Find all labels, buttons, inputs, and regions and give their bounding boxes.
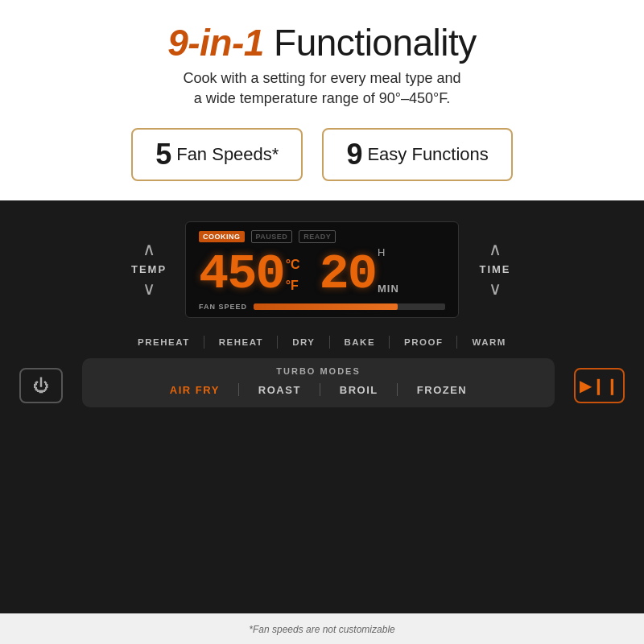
time-label: TIME	[479, 263, 510, 275]
status-cooking: COOKING	[199, 231, 245, 242]
proof-button[interactable]: PROOF	[390, 337, 457, 347]
roast-button[interactable]: ROAST	[239, 384, 320, 396]
badges-row: 5 Fan Speeds* 9 Easy Functions	[131, 128, 513, 181]
status-paused: PAUSED	[251, 230, 293, 243]
title-highlight: 9-in-1	[167, 22, 264, 64]
functions-number: 9	[346, 138, 362, 171]
bottom-row: ⏻ TURBO MODES AIR FRY ROAST BROIL FROZEN…	[19, 355, 625, 425]
fan-speed-number: 5	[155, 138, 171, 171]
dry-button[interactable]: DRY	[278, 337, 329, 347]
temp-label: TEMP	[131, 263, 167, 275]
control-panel: ∧ TEMP ∨ COOKING PAUSED READY 450 °C °F	[0, 200, 644, 613]
digits-row: 450 °C °F 20 H MIN	[199, 246, 445, 299]
power-button[interactable]: ⏻	[19, 368, 63, 403]
turbo-buttons: AIR FRY ROAST BROIL FROZEN	[98, 384, 539, 396]
page-wrapper: 9-in-1 Functionality Cook with a setting…	[0, 0, 644, 644]
functions-badge: 9 Easy Functions	[322, 128, 512, 181]
status-row: COOKING PAUSED READY	[199, 230, 336, 243]
functions-text: Easy Functions	[367, 144, 488, 165]
footnote-section: *Fan speeds are not customizable	[0, 613, 644, 644]
fan-speed-label: FAN SPEED	[199, 303, 247, 311]
time-control: ∧ TIME ∨	[459, 241, 531, 298]
turbo-label: TURBO MODES	[276, 366, 361, 376]
broil-button[interactable]: BROIL	[320, 384, 398, 396]
warm-button[interactable]: WARM	[457, 337, 520, 347]
temp-c-unit: °C	[286, 258, 300, 272]
top-section: 9-in-1 Functionality Cook with a setting…	[0, 0, 644, 200]
display-row: ∧ TEMP ∨ COOKING PAUSED READY 450 °C °F	[0, 213, 644, 326]
fan-bar-container	[254, 303, 445, 310]
temp-display: 450 °C °F	[199, 250, 300, 299]
main-title: 9-in-1 Functionality	[167, 23, 477, 64]
temp-control: ∧ TEMP ∨	[113, 241, 185, 298]
fan-speed-text: Fan Speeds*	[176, 144, 279, 165]
frozen-button[interactable]: FROZEN	[398, 384, 486, 396]
turbo-section: TURBO MODES AIR FRY ROAST BROIL FROZEN	[82, 358, 555, 407]
subtitle: Cook with a setting for every meal type …	[183, 68, 460, 109]
preheat-button[interactable]: PREHEAT	[123, 337, 204, 347]
time-h-unit: H	[378, 246, 385, 258]
time-down-button[interactable]: ∨	[489, 280, 502, 298]
function-row: PREHEAT REHEAT DRY BAKE PROOF WARM	[0, 326, 644, 355]
time-min-unit: MIN	[378, 283, 399, 295]
footnote-text: *Fan speeds are not customizable	[249, 624, 394, 635]
time-digits: 20	[320, 250, 376, 299]
time-up-button[interactable]: ∧	[489, 241, 502, 258]
bake-button[interactable]: BAKE	[330, 337, 390, 347]
air-fry-button[interactable]: AIR FRY	[151, 384, 239, 396]
title-regular: Functionality	[264, 22, 477, 64]
temp-up-button[interactable]: ∧	[142, 241, 155, 258]
fan-speeds-badge: 5 Fan Speeds*	[131, 128, 303, 181]
reheat-button[interactable]: REHEAT	[204, 337, 278, 347]
temp-f-unit: °F	[286, 279, 299, 293]
status-ready: READY	[299, 230, 336, 243]
fan-bar-fill	[254, 303, 397, 310]
temp-digits: 450	[199, 250, 284, 299]
temp-down-button[interactable]: ∨	[142, 280, 155, 298]
power-icon: ⏻	[33, 377, 49, 395]
lcd-display: COOKING PAUSED READY 450 °C °F 20	[185, 221, 459, 318]
time-display: 20 H MIN	[320, 246, 399, 299]
fan-speed-row: FAN SPEED	[199, 303, 445, 311]
play-pause-button[interactable]: ▶❙❙	[574, 368, 625, 403]
play-pause-icon: ▶❙❙	[580, 376, 619, 395]
